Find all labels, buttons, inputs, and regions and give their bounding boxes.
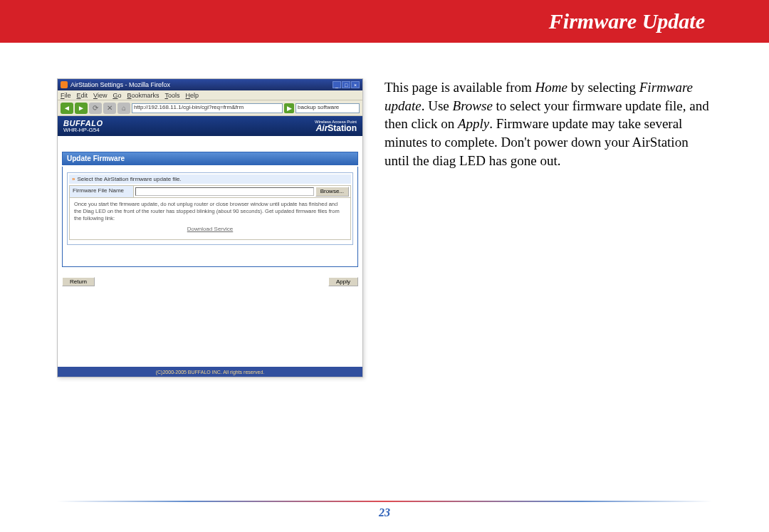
t3: . Use — [422, 98, 453, 113]
note-box: Once you start the firmware update, do n… — [69, 198, 351, 240]
menu-file[interactable]: File — [61, 92, 71, 99]
browser-screenshot: AirStation Settings - Mozilla Firefox _ … — [57, 78, 363, 377]
t2: by selecting — [567, 80, 639, 95]
page-footer: 23 — [0, 501, 769, 519]
nav-toolbar: ◄ ► ⟳ ✕ ⌂ http://192.168.11.1/cgi-bin/cg… — [58, 100, 362, 116]
file-row: Firmware File Name Browse... — [69, 185, 351, 198]
section-title: Update Firmware — [62, 152, 358, 165]
footer-rule — [57, 501, 712, 502]
doc-header: Firmware Update — [0, 0, 769, 43]
page-body: BUFFALO WHR-HP-G54 Wireless Access Point… — [58, 116, 362, 377]
firefox-icon — [61, 81, 68, 88]
close-button[interactable]: × — [351, 81, 360, 88]
update-panel: » Select the AirStation firmware update … — [62, 167, 358, 267]
url-bar[interactable]: http://192.168.11.1/cgi-bin/cgi?req=frm&… — [132, 103, 283, 113]
menu-go[interactable]: Go — [113, 92, 121, 99]
select-instruction: » Select the AirStation firmware update … — [69, 174, 351, 184]
router-footer: (C)2000-2005 BUFFALO INC. All rights res… — [58, 367, 362, 377]
home-button[interactable]: ⌂ — [117, 103, 130, 114]
instructions-text: This page is available from Home by sele… — [384, 78, 712, 377]
arrow-icon: » — [72, 176, 75, 182]
doc-title: Firmware Update — [549, 9, 705, 33]
product-name: AirStation — [315, 124, 357, 132]
menu-edit[interactable]: Edit — [77, 92, 88, 99]
menu-bookmarks[interactable]: Bookmarks — [127, 92, 159, 99]
return-button[interactable]: Return — [62, 277, 95, 286]
minimize-button[interactable]: _ — [333, 81, 341, 88]
menu-help[interactable]: Help — [185, 92, 199, 99]
t-home: Home — [535, 80, 567, 95]
go-button[interactable]: ▶ — [284, 103, 294, 113]
select-text: Select the AirStation firmware update fi… — [77, 176, 181, 182]
file-input[interactable] — [135, 187, 314, 196]
note-text: Once you start the firmware update, do n… — [74, 201, 340, 221]
stop-button[interactable]: ✕ — [103, 103, 116, 114]
window-titlebar: AirStation Settings - Mozilla Firefox _ … — [58, 79, 362, 90]
back-button[interactable]: ◄ — [61, 103, 73, 114]
download-link[interactable]: Download Service — [74, 226, 346, 233]
t-apply: Apply — [458, 116, 489, 131]
brand-logo: BUFFALO — [63, 120, 103, 127]
file-label: Firmware File Name — [70, 186, 134, 197]
maximize-button[interactable]: □ — [342, 81, 350, 88]
t1: This page is available from — [384, 80, 535, 95]
menu-tools[interactable]: Tools — [164, 92, 179, 99]
brand-bar: BUFFALO WHR-HP-G54 Wireless Access Point… — [58, 116, 362, 136]
browse-button[interactable]: Browse... — [315, 187, 349, 197]
reload-button[interactable]: ⟳ — [89, 103, 102, 114]
forward-button[interactable]: ► — [75, 103, 88, 114]
apply-button[interactable]: Apply — [328, 277, 358, 286]
menu-view[interactable]: View — [93, 92, 107, 99]
window-title: AirStation Settings - Mozilla Firefox — [70, 81, 333, 88]
t-browse: Browse — [453, 98, 493, 113]
page-number: 23 — [0, 506, 769, 519]
model-label: WHR-HP-G54 — [63, 127, 103, 133]
menu-bar: File Edit View Go Bookmarks Tools Help — [58, 90, 362, 100]
search-box[interactable]: backup software — [295, 103, 360, 113]
